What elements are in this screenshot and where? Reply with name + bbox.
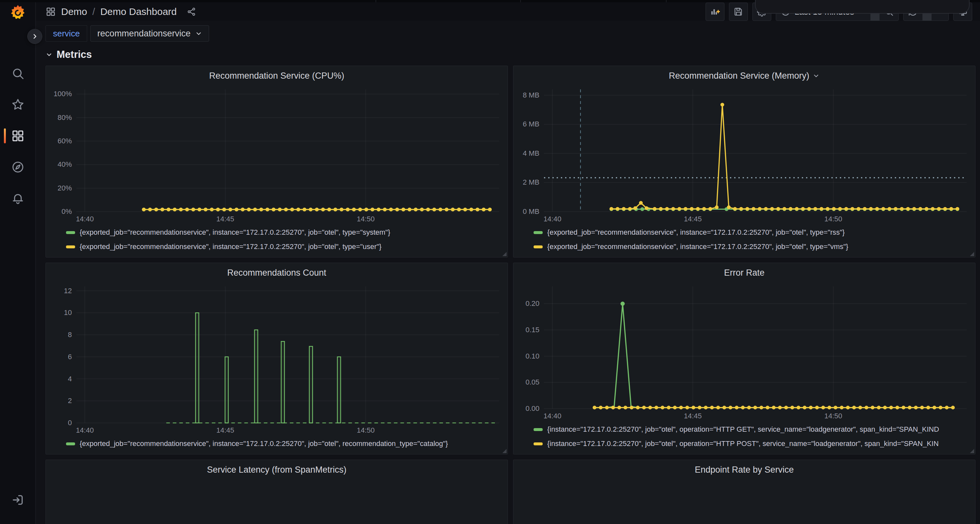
svg-text:4: 4 <box>68 375 72 383</box>
legend-item[interactable]: {exported_job="recommendationservice", i… <box>534 240 971 254</box>
share-icon <box>187 7 196 17</box>
chart-area: 14:4014:4514:500%20%40%60%80%100% <box>50 84 504 225</box>
svg-text:80%: 80% <box>57 113 72 122</box>
sidebar-item-starred[interactable] <box>0 89 35 120</box>
svg-text:8 MB: 8 MB <box>523 91 539 99</box>
save-icon <box>733 7 743 17</box>
compass-icon <box>11 160 25 174</box>
variables-bar: service recommendationservice <box>36 21 980 41</box>
svg-text:14:40: 14:40 <box>543 412 561 420</box>
chart-area: 14:4014:4514:500.000.050.100.150.20 <box>517 281 971 422</box>
sidebar-item-explore[interactable] <box>0 151 35 183</box>
legend-series-label: {exported_job="recommendationservice", i… <box>80 440 448 448</box>
browser-tab-separator <box>520 0 521 2</box>
chevron-down-icon <box>195 30 202 37</box>
legend-series-swatch <box>66 442 75 445</box>
panel-title-menu[interactable]: Endpoint Rate by Service <box>517 461 971 478</box>
breadcrumb-section[interactable]: Demo <box>61 6 87 17</box>
panel-title: Recommendations Count <box>227 268 326 278</box>
svg-text:14:45: 14:45 <box>684 412 702 420</box>
panel-title-menu[interactable]: Recommendation Service (Memory) <box>517 67 971 84</box>
panel-title-menu[interactable]: Recommendations Count <box>50 264 504 281</box>
sidebar-item-dashboards[interactable] <box>0 120 35 151</box>
panel-legend: {exported_job="recommendationservice", i… <box>50 436 504 451</box>
panel-title-menu[interactable]: Service Latency (from SpanMetrics) <box>50 461 504 478</box>
time-series-chart[interactable]: 14:4014:4514:500 MB2 MB4 MB6 MB8 MB <box>517 84 971 225</box>
sidebar-item-alerting[interactable] <box>0 183 35 214</box>
svg-text:14:50: 14:50 <box>357 426 375 434</box>
legend-item[interactable]: {instance="172.17.0.2:25270", job="otel"… <box>534 437 971 451</box>
legend-item[interactable]: {exported_job="recommendationservice", i… <box>534 225 971 240</box>
legend-item[interactable]: {exported_job="recommendationservice", i… <box>66 225 504 240</box>
svg-text:0%: 0% <box>62 207 72 216</box>
sidebar-menu <box>0 58 35 214</box>
time-series-chart[interactable]: 14:4014:4514:500%20%40%60%80%100% <box>50 84 504 225</box>
sidebar-expand-toggle[interactable] <box>27 29 42 44</box>
time-series-chart[interactable]: 14:4014:4514:500.000.050.100.150.20 <box>517 281 971 422</box>
svg-text:0.05: 0.05 <box>525 378 539 386</box>
svg-text:40%: 40% <box>57 160 72 168</box>
sign-in-icon <box>11 493 25 507</box>
svg-text:0: 0 <box>68 419 72 427</box>
svg-text:14:40: 14:40 <box>76 426 94 434</box>
svg-text:20%: 20% <box>57 184 72 192</box>
variable-value-dropdown[interactable]: recommendationservice <box>91 25 209 41</box>
svg-text:6: 6 <box>68 353 72 361</box>
panel-legend: {exported_job="recommendationservice", i… <box>50 225 504 254</box>
legend-series-label: {exported_job="recommendationservice", i… <box>80 228 390 237</box>
add-panel-icon <box>710 7 720 17</box>
browser-overlay-pill <box>755 0 970 14</box>
row-header-metrics[interactable]: Metrics <box>36 41 980 66</box>
panel-error: Error Rate14:4014:4514:500.000.050.100.1… <box>513 263 975 454</box>
svg-text:2: 2 <box>68 397 72 405</box>
svg-text:0.00: 0.00 <box>525 404 539 413</box>
svg-text:14:40: 14:40 <box>543 215 561 223</box>
panel-resize-handle[interactable] <box>970 252 974 256</box>
add-panel-button[interactable] <box>706 3 724 21</box>
legend-item[interactable]: {exported_job="recommendationservice", i… <box>66 240 504 254</box>
svg-text:100%: 100% <box>54 90 72 98</box>
panel-resize-handle[interactable] <box>502 252 507 256</box>
save-dashboard-button[interactable] <box>729 3 748 21</box>
chevron-down-icon <box>46 51 52 58</box>
legend-item[interactable]: {exported_job="recommendationservice", i… <box>66 437 504 451</box>
legend-series-swatch <box>66 231 75 234</box>
sidebar-item-sign-in[interactable] <box>0 484 35 516</box>
share-button[interactable] <box>187 7 196 17</box>
legend-series-label: {exported_job="recommendationservice", i… <box>547 228 845 237</box>
legend-item[interactable]: {instance="172.17.0.2:25270", job="otel"… <box>534 422 971 437</box>
panel-title: Recommendation Service (Memory) <box>669 71 809 81</box>
svg-text:14:50: 14:50 <box>824 412 842 420</box>
legend-series-swatch <box>66 245 75 248</box>
panel-title: Recommendation Service (CPU%) <box>209 71 344 81</box>
panel-title-menu[interactable]: Error Rate <box>517 264 971 281</box>
panel-memory: Recommendation Service (Memory)14:4014:4… <box>513 66 975 257</box>
sidebar-item-search[interactable] <box>0 58 35 89</box>
panel-count: Recommendations Count14:4014:4514:500246… <box>46 263 508 454</box>
svg-text:14:50: 14:50 <box>824 215 842 223</box>
breadcrumb-separator: / <box>92 6 95 17</box>
panel-title: Endpoint Rate by Service <box>695 465 794 475</box>
variable-label[interactable]: service <box>46 25 87 41</box>
legend-series-swatch <box>534 245 542 248</box>
legend-series-label: {exported_job="recommendationservice", i… <box>547 243 848 251</box>
grafana-logo[interactable] <box>8 3 27 22</box>
time-series-chart[interactable]: 14:4014:4514:50024681012 <box>50 281 504 436</box>
panel-title: Error Rate <box>724 268 765 278</box>
legend-series-swatch <box>534 442 542 445</box>
panel-resize-handle[interactable] <box>502 449 507 453</box>
variable-selected-value: recommendationservice <box>97 29 191 39</box>
chart-area: 14:4014:4514:500 MB2 MB4 MB6 MB8 MB <box>517 84 971 225</box>
breadcrumb-dashboard-name[interactable]: Demo Dashboard <box>100 6 177 17</box>
svg-text:14:45: 14:45 <box>684 215 702 223</box>
breadcrumb: Demo / Demo Dashboard <box>46 6 196 17</box>
chevron-down-icon <box>813 72 820 79</box>
svg-text:60%: 60% <box>57 137 72 145</box>
svg-text:12: 12 <box>64 287 72 295</box>
panel-title-menu[interactable]: Recommendation Service (CPU%) <box>50 67 504 84</box>
active-section-indicator <box>4 129 6 143</box>
panel-resize-handle[interactable] <box>970 449 974 453</box>
star-icon <box>11 98 25 111</box>
svg-text:0.10: 0.10 <box>525 352 539 360</box>
svg-text:8: 8 <box>68 330 72 339</box>
